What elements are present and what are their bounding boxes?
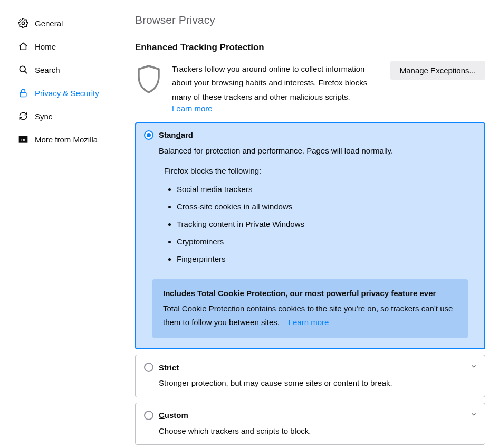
option-custom-subtitle: Choose which trackers and scripts to blo… — [159, 425, 476, 437]
page-title: Browser Privacy — [135, 14, 485, 26]
block-item: Cryptominers — [177, 233, 476, 250]
svg-rect-3 — [20, 92, 26, 97]
sidebar-item-label: More from Mozilla — [35, 135, 98, 144]
blocks-list: Social media trackers Cross-site cookies… — [166, 180, 476, 268]
gear-icon — [18, 18, 28, 28]
etp-buttons: Manage Exceptions... — [390, 61, 485, 80]
svg-point-0 — [22, 22, 24, 24]
option-strict-title: Strict — [159, 363, 179, 372]
sidebar-item-label: Search — [35, 65, 60, 74]
blocks-heading: Firefox blocks the following: — [164, 166, 476, 175]
tcp-banner-title: Includes Total Cookie Protection, our mo… — [163, 289, 457, 298]
search-icon — [18, 64, 28, 75]
etp-header: Trackers follow you around online to col… — [135, 61, 485, 113]
option-strict-subtitle: Stronger protection, but may cause some … — [159, 377, 476, 389]
tcp-banner-body: Total Cookie Protection contains cookies… — [163, 302, 457, 329]
sidebar-item-search[interactable]: Search — [0, 58, 121, 81]
learn-more-link[interactable]: Learn more — [172, 104, 213, 113]
option-strict-head: Strict — [144, 363, 476, 372]
sidebar-item-home[interactable]: Home — [0, 35, 121, 58]
block-item: Social media trackers — [177, 180, 476, 198]
mozilla-icon: m — [18, 134, 28, 145]
tcp-learn-more-link[interactable]: Learn more — [289, 318, 329, 327]
option-standard-subtitle: Balanced for protection and performance.… — [159, 145, 476, 157]
sidebar-item-sync[interactable]: Sync — [0, 104, 121, 128]
option-standard[interactable]: Standard Balanced for protection and per… — [135, 122, 485, 350]
option-custom-title: Custom — [159, 411, 188, 420]
section-title: Enhanced Tracking Protection — [135, 42, 485, 53]
sidebar-item-label: Privacy & Security — [35, 89, 99, 98]
lock-icon — [18, 88, 28, 98]
etp-description-column: Trackers follow you around online to col… — [172, 61, 381, 113]
home-icon — [18, 41, 28, 52]
sidebar-item-more-mozilla[interactable]: m More from Mozilla — [0, 128, 121, 151]
svg-text:m: m — [21, 137, 25, 142]
sidebar: General Home Search Privacy & Security S… — [0, 0, 121, 448]
tcp-banner: Includes Total Cookie Protection, our mo… — [152, 279, 468, 338]
sidebar-item-general[interactable]: General — [0, 12, 121, 35]
block-item: Cross-site cookies in all windows — [177, 198, 476, 215]
etp-description: Trackers follow you around online to col… — [172, 62, 381, 104]
shield-icon — [135, 61, 162, 94]
sidebar-item-label: Sync — [35, 112, 52, 121]
block-item: Tracking content in Private Windows — [177, 215, 476, 233]
svg-point-1 — [20, 66, 25, 72]
sidebar-item-label: General — [35, 19, 63, 28]
radio-strict[interactable] — [144, 363, 153, 372]
radio-standard[interactable] — [144, 130, 153, 140]
block-item: Fingerprinters — [177, 250, 476, 268]
main-content: Browser Privacy Enhanced Tracking Protec… — [121, 0, 499, 448]
radio-custom[interactable] — [144, 411, 153, 420]
option-custom[interactable]: Custom Choose which trackers and scripts… — [135, 403, 485, 445]
option-standard-head: Standard — [144, 130, 476, 140]
sidebar-item-label: Home — [35, 42, 56, 51]
sync-icon — [18, 111, 28, 121]
option-standard-title: Standard — [159, 130, 193, 139]
manage-exceptions-button[interactable]: Manage Exceptions... — [390, 61, 485, 80]
svg-line-2 — [25, 71, 27, 73]
option-custom-head: Custom — [144, 411, 476, 420]
sidebar-item-privacy-security[interactable]: Privacy & Security — [0, 81, 121, 104]
option-strict[interactable]: Strict Stronger protection, but may caus… — [135, 355, 485, 397]
